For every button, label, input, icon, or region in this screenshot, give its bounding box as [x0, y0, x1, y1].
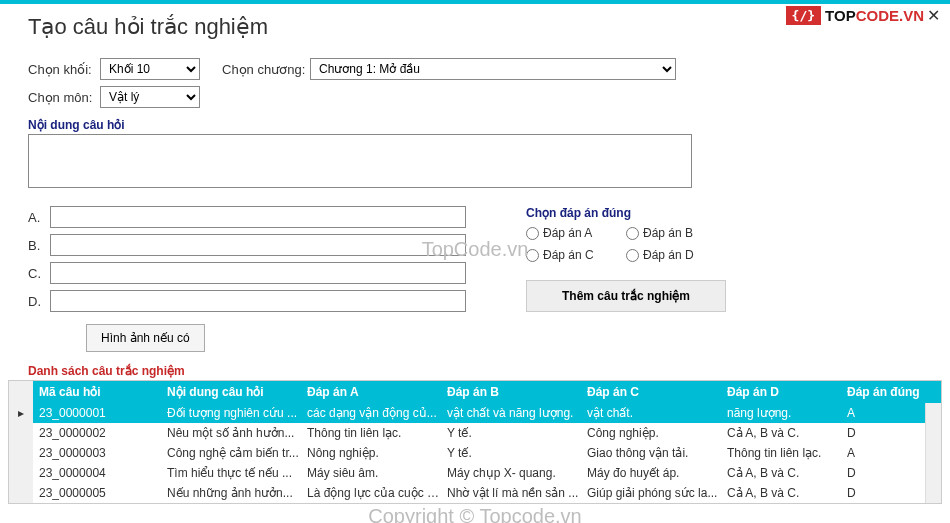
- correct-answer-label: Chọn đáp án đúng: [526, 206, 726, 220]
- table-row[interactable]: ▸23_0000001Đối tượng nghiên cứu ...các d…: [9, 403, 941, 423]
- table-row[interactable]: 23_0000003Công nghệ cảm biến tr...Nông n…: [9, 443, 941, 463]
- watermark: Copyright © Topcode.vn: [368, 505, 581, 523]
- chapter-select[interactable]: Chương 1: Mở đầu: [310, 58, 676, 80]
- question-grid[interactable]: Mã câu hỏi Nội dung câu hỏi Đáp án A Đáp…: [8, 380, 942, 504]
- grade-select[interactable]: Khối 10: [100, 58, 200, 80]
- image-button[interactable]: Hình ảnh nếu có: [86, 324, 205, 352]
- grid-header-row: Mã câu hỏi Nội dung câu hỏi Đáp án A Đáp…: [9, 381, 941, 403]
- table-row[interactable]: 23_0000004Tìm hiểu thực tế nếu ...Máy si…: [9, 463, 941, 483]
- table-row[interactable]: 23_0000002Nêu một số ảnh hưởn...Thông ti…: [9, 423, 941, 443]
- answers-inputs: A. B. C. D. Hình ảnh nếu có: [28, 206, 466, 352]
- chapter-label: Chọn chương:: [222, 62, 310, 77]
- radio-answer-a[interactable]: Đáp án A: [526, 226, 626, 240]
- close-button[interactable]: ✕: [927, 6, 940, 25]
- logo: {/} TOPCODE.VN: [786, 6, 924, 25]
- question-content-input[interactable]: [28, 134, 692, 188]
- content-group-label: Nội dung câu hỏi: [28, 118, 922, 132]
- answer-a-input[interactable]: [50, 206, 466, 228]
- radio-answer-c[interactable]: Đáp án C: [526, 248, 626, 262]
- subject-select[interactable]: Vật lý: [100, 86, 200, 108]
- radio-answer-b[interactable]: Đáp án B: [626, 226, 726, 240]
- answer-b-input[interactable]: [50, 234, 466, 256]
- logo-icon: {/}: [786, 6, 821, 25]
- answer-d-input[interactable]: [50, 290, 466, 312]
- radio-answer-d[interactable]: Đáp án D: [626, 248, 726, 262]
- answer-c-input[interactable]: [50, 262, 466, 284]
- question-list-label: Danh sách câu trắc nghiệm: [28, 364, 950, 378]
- grid-scrollbar[interactable]: [925, 403, 941, 503]
- grade-label: Chọn khối:: [28, 62, 100, 77]
- table-row[interactable]: 23_0000005Nếu những ảnh hưởn...Là động l…: [9, 483, 941, 503]
- add-question-button[interactable]: Thêm câu trắc nghiệm: [526, 280, 726, 312]
- subject-label: Chọn môn:: [28, 90, 100, 105]
